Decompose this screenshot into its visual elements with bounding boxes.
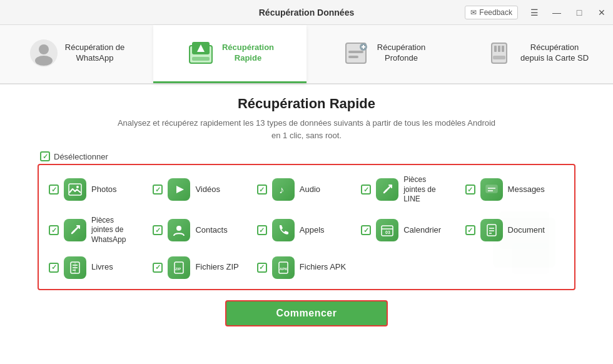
svg-marker-20 xyxy=(176,186,184,193)
label-calendrier: Calendrier xyxy=(403,225,441,236)
item-photos: Photos xyxy=(46,171,150,208)
icon-appels xyxy=(272,219,295,241)
label-messages: Messages xyxy=(508,185,545,195)
tab-whatsapp[interactable]: Récupération deWhatsApp xyxy=(0,25,153,83)
selection-box: Photos Vidéos ♪ Audio xyxy=(38,164,575,290)
deselect-checkbox[interactable] xyxy=(40,151,50,161)
svg-text:♪: ♪ xyxy=(279,185,284,195)
item-fichiers-zip: ZIP Fichiers ZIP xyxy=(150,253,254,283)
checkbox-document[interactable] xyxy=(465,225,475,235)
label-audio: Audio xyxy=(300,185,320,195)
label-fichiers-apk: Fichiers APK xyxy=(300,262,346,273)
item-livres: Livres xyxy=(46,253,150,283)
title-bar: Récupération Données ✉ Feedback ☰ — □ ✕ xyxy=(0,0,613,25)
icon-messages xyxy=(480,178,503,201)
svg-rect-19 xyxy=(69,184,81,195)
svg-point-2 xyxy=(35,56,53,66)
checkbox-audio[interactable] xyxy=(257,185,267,195)
tab-rapide[interactable]: RécupérationRapide xyxy=(153,25,306,83)
minimize-button[interactable]: — xyxy=(545,0,568,25)
label-photos: Photos xyxy=(91,185,116,195)
title-bar-controls: ✉ Feedback ☰ — □ ✕ xyxy=(465,0,613,25)
checkbox-photos[interactable] xyxy=(49,185,59,195)
watermark xyxy=(487,205,562,283)
icon-photos xyxy=(64,178,86,201)
svg-rect-8 xyxy=(348,51,363,53)
item-videos: Vidéos xyxy=(150,171,254,208)
checkbox-videos[interactable] xyxy=(153,185,163,195)
item-audio: ♪ Audio xyxy=(255,171,358,208)
checkbox-calendrier[interactable] xyxy=(361,225,371,235)
svg-rect-9 xyxy=(348,56,358,58)
close-button[interactable]: ✕ xyxy=(590,0,613,25)
label-fichiers-zip: Fichiers ZIP xyxy=(195,262,238,273)
checkbox-pieces-whatsapp[interactable] xyxy=(49,225,59,235)
label-pieces-line: Piècesjointes deLINE xyxy=(403,175,435,205)
item-fichiers-apk: APK Fichiers APK xyxy=(255,253,358,283)
checkbox-fichiers-apk[interactable] xyxy=(257,263,267,273)
start-btn-row: Commencer xyxy=(38,300,575,326)
item-pieces-line: Piècesjointes deLINE xyxy=(358,171,462,208)
label-videos: Vidéos xyxy=(195,185,220,195)
svg-point-18 xyxy=(76,186,79,188)
page-subtitle: Analysez et récupérez rapidement les 13 … xyxy=(38,117,575,141)
item-appels: Appels xyxy=(255,212,358,249)
tab-profonde-icon xyxy=(341,38,371,68)
svg-line-23 xyxy=(384,190,387,193)
checkbox-appels[interactable] xyxy=(257,225,267,235)
mail-icon: ✉ xyxy=(470,8,477,17)
icon-livres xyxy=(64,256,86,279)
item-contacts: Contacts xyxy=(150,212,254,249)
window-title: Récupération Données xyxy=(259,8,354,18)
svg-rect-14 xyxy=(494,46,497,52)
tab-rapide-icon xyxy=(186,38,216,68)
icon-pieces-line xyxy=(376,178,398,201)
svg-rect-15 xyxy=(498,46,500,52)
icon-fichiers-zip: ZIP xyxy=(168,256,190,279)
tab-carte-sd-label: Récupérationdepuis la Carte SD xyxy=(520,43,589,64)
checkbox-fichiers-zip[interactable] xyxy=(153,263,163,273)
svg-point-1 xyxy=(39,44,49,54)
tab-rapide-label: RécupérationRapide xyxy=(222,43,274,64)
item-pieces-whatsapp: Piècesjointes deWhatsApp xyxy=(46,212,150,249)
label-livres: Livres xyxy=(91,262,113,273)
main-content: Récupération Rapide Analysez et récupére… xyxy=(0,84,613,326)
tab-carte-sd[interactable]: Récupérationdepuis la Carte SD xyxy=(460,25,613,83)
tab-whatsapp-label: Récupération deWhatsApp xyxy=(65,43,124,64)
icon-calendrier: 03 xyxy=(376,219,398,241)
start-button[interactable]: Commencer xyxy=(225,300,388,326)
item-calendrier: 03 Calendrier xyxy=(358,212,462,249)
feedback-button[interactable]: ✉ Feedback xyxy=(465,6,518,19)
icon-pieces-whatsapp xyxy=(64,219,86,241)
tab-profonde[interactable]: RécupérationProfonde xyxy=(306,25,460,83)
menu-button[interactable]: ☰ xyxy=(523,0,545,25)
checkbox-livres[interactable] xyxy=(49,263,59,273)
svg-point-29 xyxy=(176,226,181,231)
tab-whatsapp-icon xyxy=(29,38,59,68)
maximize-button[interactable]: □ xyxy=(568,0,590,25)
feedback-label: Feedback xyxy=(479,8,512,17)
icon-fichiers-apk: APK xyxy=(272,256,295,279)
svg-rect-6 xyxy=(192,57,210,61)
tab-profonde-label: RécupérationProfonde xyxy=(377,43,425,64)
icon-videos xyxy=(168,178,190,201)
deselect-label: Désélectionner xyxy=(54,152,108,161)
label-pieces-whatsapp: Piècesjointes deWhatsApp xyxy=(91,216,126,245)
svg-text:APK: APK xyxy=(280,267,288,271)
svg-rect-48 xyxy=(512,243,549,274)
svg-rect-17 xyxy=(493,56,505,59)
checkbox-contacts[interactable] xyxy=(153,225,163,235)
icon-audio: ♪ xyxy=(272,178,295,201)
svg-rect-24 xyxy=(486,185,497,193)
checkbox-pieces-line[interactable] xyxy=(361,185,371,195)
deselect-row: Désélectionner xyxy=(40,151,575,161)
svg-rect-16 xyxy=(502,46,504,52)
svg-text:03: 03 xyxy=(385,230,390,235)
label-contacts: Contacts xyxy=(195,225,227,236)
svg-line-28 xyxy=(72,231,74,233)
icon-contacts xyxy=(168,219,190,241)
page-title: Récupération Rapide xyxy=(38,96,575,112)
tab-bar: Récupération deWhatsApp RécupérationRapi… xyxy=(0,25,613,84)
checkbox-messages[interactable] xyxy=(465,185,475,195)
item-messages: Messages xyxy=(463,171,567,208)
